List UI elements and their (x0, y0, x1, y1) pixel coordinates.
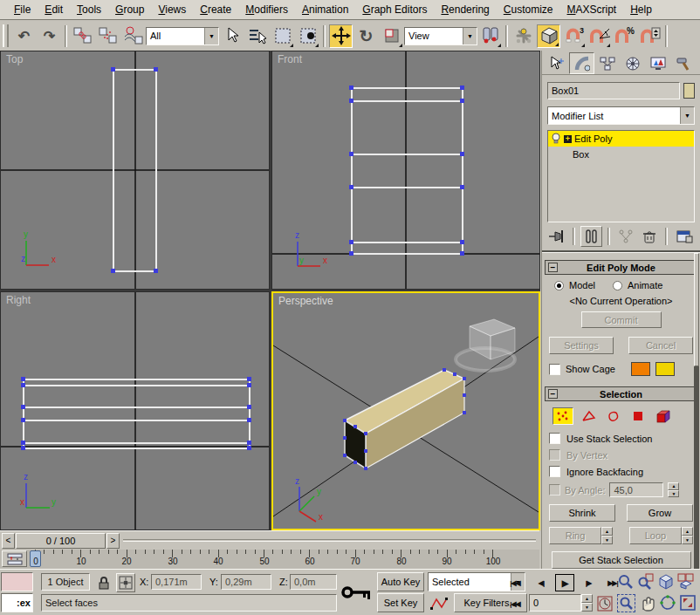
viewport-top-label[interactable]: Top (6, 53, 23, 65)
by-angle-field[interactable] (609, 482, 663, 497)
spinner-up-icon[interactable]: ▲ (581, 594, 593, 603)
polygon-mode-button[interactable] (629, 408, 647, 424)
model-radio[interactable] (554, 281, 564, 290)
x-coordinate-field[interactable] (151, 574, 202, 590)
dropdown-arrow-icon[interactable]: ▼ (680, 107, 694, 124)
arc-rotate-button[interactable] (659, 594, 676, 613)
zoom-extents-button[interactable] (657, 573, 674, 591)
settings-button[interactable]: Settings (549, 337, 614, 354)
menu-maxscript[interactable]: MAXScript (560, 1, 624, 18)
cage-selected-color-swatch[interactable] (655, 362, 675, 376)
spinner-down-icon[interactable]: ▼ (668, 490, 679, 498)
zoom-button[interactable] (617, 573, 634, 591)
make-unique-button[interactable] (615, 227, 637, 246)
expand-plus-icon[interactable]: + (564, 135, 572, 143)
menu-help[interactable]: Help (623, 1, 659, 18)
next-frame-button[interactable]: |▶ (578, 574, 599, 591)
viewport-right-label[interactable]: Right (6, 294, 31, 306)
bind-to-space-warp-button[interactable] (121, 24, 145, 48)
selection-filter-dropdown[interactable]: All ▼ (146, 27, 219, 45)
cancel-button[interactable]: Cancel (628, 337, 693, 354)
tab-modify[interactable] (569, 52, 594, 74)
reference-coordinate-system-dropdown[interactable]: View ▼ (404, 27, 477, 45)
angle-snap-toggle-button[interactable] (587, 24, 611, 48)
object-color-swatch[interactable] (683, 83, 695, 99)
absolute-mode-toggle-button[interactable] (116, 573, 135, 592)
menu-graph-editors[interactable]: Graph Editors (355, 1, 434, 18)
vertex-mode-button[interactable] (552, 407, 573, 425)
time-slider-handle[interactable]: 0 / 100 (16, 533, 106, 549)
menu-edit[interactable]: Edit (38, 1, 70, 18)
viewport-perspective[interactable]: Perspective (271, 291, 540, 530)
percent-snap-toggle-button[interactable]: % (613, 24, 636, 48)
dropdown-arrow-icon[interactable]: ▼ (463, 28, 477, 44)
key-mode-toggle-button[interactable]: |◀◀ (504, 595, 525, 612)
pan-view-button[interactable] (639, 594, 656, 613)
vertex-markers[interactable] (349, 85, 464, 256)
collapse-icon[interactable]: − (548, 389, 558, 399)
select-and-link-button[interactable] (71, 24, 94, 48)
goto-start-button[interactable]: |◀◀ (504, 574, 525, 591)
auto-key-button[interactable]: Auto Key (377, 572, 424, 591)
lightbulb-icon[interactable] (551, 133, 561, 145)
viewport-front[interactable]: Front z y x (271, 51, 540, 290)
y-coordinate-field[interactable] (221, 574, 271, 590)
window-crossing-toggle-button[interactable] (296, 24, 319, 48)
pin-stack-button[interactable] (547, 227, 567, 246)
select-object-button[interactable] (220, 24, 244, 48)
commit-button[interactable]: Commit (581, 311, 662, 328)
select-and-manipulate-button[interactable] (511, 24, 535, 48)
use-stack-selection-checkbox[interactable] (549, 433, 560, 444)
remove-modifier-button[interactable] (638, 227, 660, 246)
stack-item-box[interactable]: Box (548, 147, 694, 162)
select-and-scale-button[interactable] (380, 24, 403, 48)
ring-spinner[interactable]: ▲ ▼ (601, 527, 613, 544)
show-cage-checkbox[interactable] (549, 364, 560, 375)
dropdown-arrow-icon[interactable]: ▼ (204, 28, 218, 44)
menu-modifiers[interactable]: Modifiers (238, 1, 295, 18)
ring-button[interactable]: Ring (549, 527, 601, 544)
current-frame-field[interactable] (529, 594, 581, 612)
maximize-viewport-toggle-button[interactable] (679, 594, 697, 613)
object-name-field[interactable] (547, 82, 680, 99)
z-coordinate-field[interactable] (290, 574, 337, 590)
set-keys-button[interactable] (340, 578, 374, 608)
viewport-front-label[interactable]: Front (278, 53, 302, 65)
cage-color-swatch[interactable] (631, 362, 650, 376)
tab-create[interactable] (544, 52, 569, 74)
select-by-name-button[interactable] (245, 24, 269, 48)
spinner-up-icon[interactable]: ▲ (682, 527, 693, 536)
loop-button[interactable]: Loop (629, 527, 682, 544)
viewport-right[interactable]: Right z x y (0, 291, 270, 530)
show-end-result-button[interactable] (580, 226, 602, 247)
ignore-backfacing-checkbox[interactable] (549, 466, 560, 477)
spinner-up-icon[interactable]: ▲ (601, 527, 613, 536)
play-animation-button[interactable]: ▶ (555, 574, 574, 591)
tab-display[interactable] (645, 52, 670, 74)
menu-tools[interactable]: Tools (70, 1, 108, 18)
by-angle-spinner[interactable]: ▲ ▼ (668, 482, 679, 497)
zoom-all-button[interactable] (637, 573, 654, 591)
frame-spinner[interactable]: ▲ ▼ (581, 594, 593, 612)
rollout-selection-header[interactable]: − Selection (545, 386, 697, 401)
toolbar-drag-handle[interactable] (3, 24, 9, 47)
vertex-markers[interactable] (21, 377, 251, 450)
track-bar[interactable]: 0 10 20 30 40 50 60 70 80 90 100 (0, 550, 539, 569)
time-configuration-button[interactable] (597, 596, 613, 613)
spinner-down-icon[interactable]: ▼ (581, 603, 593, 612)
track-bar-ruler[interactable]: 0 10 20 30 40 50 60 70 80 90 100 (29, 550, 539, 569)
collapse-icon[interactable]: − (548, 263, 558, 272)
modifier-list-dropdown[interactable]: Modifier List ▼ (547, 106, 695, 125)
menu-customize[interactable]: Customize (497, 1, 560, 18)
zoom-extents-all-button[interactable] (677, 573, 694, 591)
by-angle-checkbox[interactable] (549, 484, 560, 495)
rectangular-selection-region-button[interactable] (271, 24, 294, 48)
menu-group[interactable]: Group (108, 1, 151, 18)
time-slider-next-button[interactable]: > (106, 533, 120, 549)
snap-toggle-3-button[interactable]: 3 (562, 24, 586, 48)
redo-button[interactable]: ↷ (38, 24, 61, 48)
scrollbar-thumb[interactable] (694, 253, 699, 366)
maxscript-mini-listener-pink[interactable] (1, 572, 33, 591)
spinner-up-icon[interactable]: ▲ (668, 482, 679, 490)
animate-radio[interactable] (613, 281, 622, 290)
